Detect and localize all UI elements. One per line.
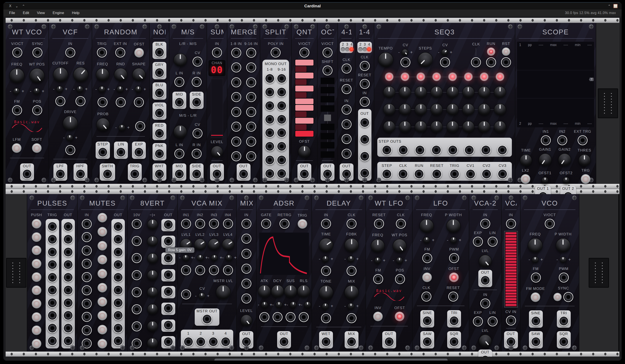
- trig-port[interactable]: [47, 310, 57, 320]
- jack-port[interactable]: [299, 312, 309, 322]
- level-knob[interactable]: [211, 146, 223, 158]
- 1-8-in-port[interactable]: [231, 122, 241, 132]
- horizontal-scrollbar[interactable]: [214, 359, 448, 361]
- in-port[interactable]: [82, 259, 92, 269]
- push-button[interactable]: [32, 326, 41, 335]
- out-port[interactable]: [163, 220, 173, 229]
- jack-port[interactable]: [116, 97, 126, 107]
- trig-port[interactable]: [130, 169, 140, 179]
- tone-knob[interactable]: [319, 285, 333, 299]
- shift-port[interactable]: [323, 65, 333, 75]
- trim-knob[interactable]: [322, 256, 329, 263]
- jack-port[interactable]: [346, 313, 357, 323]
- step-3-knob[interactable]: [415, 86, 427, 98]
- step-5-knob[interactable]: [446, 121, 459, 133]
- 9-16-port[interactable]: [277, 114, 287, 124]
- l-in-port[interactable]: [174, 149, 184, 159]
- ext-in-port[interactable]: [115, 48, 125, 57]
- step-2-knob[interactable]: [399, 121, 411, 133]
- run-port[interactable]: [414, 169, 424, 179]
- key-c[interactable]: [295, 124, 307, 131]
- key-g[interactable]: [295, 85, 314, 92]
- step-outs-port[interactable]: [497, 145, 507, 155]
- row-5-knob[interactable]: [147, 287, 158, 298]
- in-port[interactable]: [321, 219, 331, 229]
- out-port[interactable]: [113, 260, 123, 270]
- out-port[interactable]: [163, 303, 173, 313]
- out-port[interactable]: [113, 336, 123, 346]
- 9-16-port[interactable]: [277, 141, 287, 151]
- trim-knob[interactable]: [66, 135, 73, 141]
- trig-port[interactable]: [47, 336, 57, 346]
- trim-knob[interactable]: [182, 254, 189, 261]
- mix-knob[interactable]: [344, 285, 359, 299]
- in-port[interactable]: [506, 219, 516, 229]
- exp-port[interactable]: [473, 316, 483, 326]
- push-button[interactable]: [97, 283, 107, 292]
- in-port[interactable]: [82, 285, 92, 295]
- in-port[interactable]: [65, 48, 75, 57]
- step-light-7[interactable]: [480, 72, 489, 81]
- octave-step[interactable]: [321, 87, 335, 93]
- gate-port[interactable]: [261, 219, 271, 229]
- out-port[interactable]: [360, 168, 370, 178]
- push-button[interactable]: [97, 325, 107, 334]
- octave-step[interactable]: [321, 151, 335, 158]
- lfm-button[interactable]: [12, 143, 21, 153]
- jack-port[interactable]: [75, 96, 86, 106]
- 10v-port[interactable]: [132, 219, 142, 229]
- saw-port[interactable]: [422, 337, 432, 347]
- in3-port[interactable]: [209, 219, 219, 229]
- sqr-port[interactable]: [559, 337, 569, 347]
- knob-knob[interactable]: [174, 53, 187, 67]
- blk-port[interactable]: [155, 47, 164, 57]
- jack-port[interactable]: [241, 294, 251, 304]
- step-1-knob[interactable]: [383, 103, 395, 115]
- in-port[interactable]: [82, 246, 92, 255]
- jack-port[interactable]: [285, 312, 296, 322]
- side-port[interactable]: [192, 169, 202, 179]
- trig-port[interactable]: [97, 48, 107, 57]
- push-button[interactable]: [32, 339, 41, 348]
- channels-4-led[interactable]: [349, 47, 354, 52]
- key-d[interactable]: [295, 111, 307, 118]
- step-port[interactable]: [98, 147, 108, 157]
- tri-port[interactable]: [449, 316, 459, 326]
- 9-16-in-port[interactable]: [246, 62, 256, 72]
- run-button-lit[interactable]: [487, 48, 495, 56]
- 10v-port[interactable]: [132, 304, 142, 314]
- mstr-out-port[interactable]: [202, 314, 212, 324]
- octave-step[interactable]: [321, 124, 335, 130]
- dcy-knob[interactable]: [271, 285, 284, 298]
- mix-port[interactable]: [346, 337, 357, 347]
- exp-port[interactable]: [134, 147, 144, 157]
- push-button[interactable]: [32, 246, 41, 255]
- trim-knob[interactable]: [117, 86, 124, 93]
- clk-port[interactable]: [471, 57, 481, 67]
- out-port[interactable]: [113, 310, 123, 320]
- in-port[interactable]: [360, 97, 370, 107]
- jack-port[interactable]: [55, 96, 65, 106]
- step-light-4[interactable]: [432, 72, 441, 81]
- out-port[interactable]: [163, 270, 173, 280]
- ofst-button[interactable]: [134, 48, 144, 57]
- trim-knob[interactable]: [33, 88, 40, 95]
- trigger-marker[interactable]: T: [590, 78, 594, 81]
- smth-port[interactable]: [102, 169, 113, 179]
- exp-port[interactable]: [473, 237, 483, 247]
- step-3-knob[interactable]: [415, 121, 427, 133]
- trim-knob[interactable]: [13, 88, 20, 95]
- trim-knob[interactable]: [261, 301, 268, 308]
- key-f[interactable]: [295, 91, 307, 99]
- trim-knob[interactable]: [563, 177, 570, 184]
- side-port[interactable]: [192, 97, 202, 107]
- row-3-knob[interactable]: [147, 253, 158, 264]
- in-port[interactable]: [342, 105, 351, 114]
- fm-mode-button[interactable]: [531, 292, 540, 302]
- trig-port[interactable]: [47, 272, 57, 282]
- lvl2-knob[interactable]: [194, 238, 206, 251]
- freq-knob[interactable]: [371, 239, 385, 253]
- channels-4-led[interactable]: [367, 47, 371, 52]
- red-port[interactable]: [155, 128, 164, 138]
- step-outs-port[interactable]: [382, 145, 392, 155]
